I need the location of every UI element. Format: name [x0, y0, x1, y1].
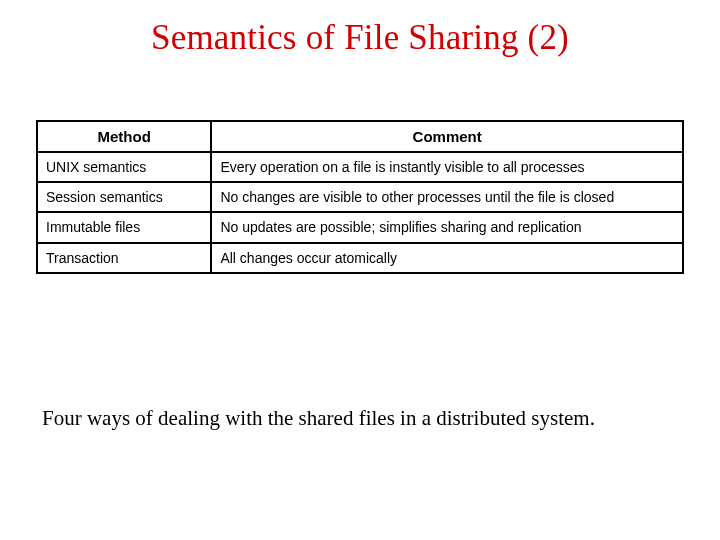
- table-row: Transaction All changes occur atomically: [37, 243, 683, 273]
- table-row: Immutable files No updates are possible;…: [37, 212, 683, 242]
- cell-comment: All changes occur atomically: [211, 243, 683, 273]
- page-title: Semantics of File Sharing (2): [0, 18, 720, 58]
- table-row: UNIX semantics Every operation on a file…: [37, 152, 683, 182]
- cell-comment: Every operation on a file is instantly v…: [211, 152, 683, 182]
- col-header-comment: Comment: [211, 121, 683, 152]
- slide: Semantics of File Sharing (2) Method Com…: [0, 18, 720, 540]
- cell-method: Session semantics: [37, 182, 211, 212]
- table-header-row: Method Comment: [37, 121, 683, 152]
- cell-comment: No updates are possible; simplifies shar…: [211, 212, 683, 242]
- cell-comment: No changes are visible to other processe…: [211, 182, 683, 212]
- table-row: Session semantics No changes are visible…: [37, 182, 683, 212]
- caption-text: Four ways of dealing with the shared fil…: [0, 406, 720, 431]
- col-header-method: Method: [37, 121, 211, 152]
- semantics-table-container: Method Comment UNIX semantics Every oper…: [36, 120, 684, 274]
- cell-method: UNIX semantics: [37, 152, 211, 182]
- semantics-table: Method Comment UNIX semantics Every oper…: [36, 120, 684, 274]
- cell-method: Immutable files: [37, 212, 211, 242]
- cell-method: Transaction: [37, 243, 211, 273]
